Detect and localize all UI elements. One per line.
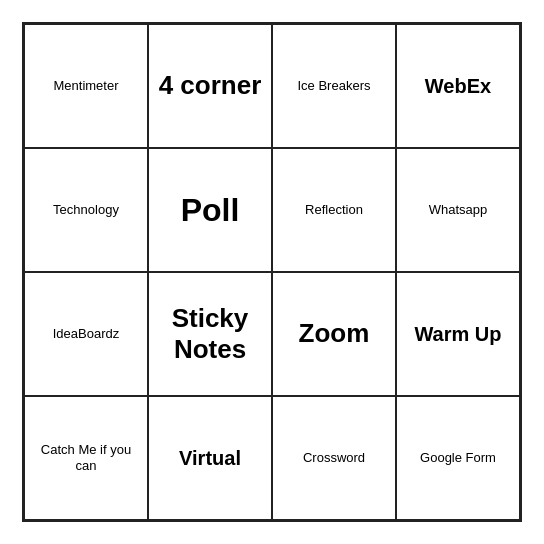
cell-mentimeter: Mentimeter — [24, 24, 148, 148]
cell-crossword: Crossword — [272, 396, 396, 520]
cell-text-virtual: Virtual — [179, 446, 241, 470]
cell-text-reflection: Reflection — [305, 202, 363, 218]
cell-reflection: Reflection — [272, 148, 396, 272]
cell-googleform: Google Form — [396, 396, 520, 520]
cell-text-googleform: Google Form — [420, 450, 496, 466]
cell-ideaboardz: IdeaBoardz — [24, 272, 148, 396]
cell-stickynotes: Sticky Notes — [148, 272, 272, 396]
cell-technology: Technology — [24, 148, 148, 272]
cell-4corner: 4 corner — [148, 24, 272, 148]
cell-text-zoom: Zoom — [299, 318, 370, 349]
cell-text-ideaboardz: IdeaBoardz — [53, 326, 120, 342]
cell-warmup: Warm Up — [396, 272, 520, 396]
cell-text-mentimeter: Mentimeter — [53, 78, 118, 94]
cell-text-poll: Poll — [181, 191, 240, 229]
cell-text-catchme: Catch Me if you can — [31, 442, 141, 473]
cell-text-4corner: 4 corner — [159, 70, 262, 101]
cell-icebreakers: Ice Breakers — [272, 24, 396, 148]
cell-text-warmup: Warm Up — [414, 322, 501, 346]
cell-catchme: Catch Me if you can — [24, 396, 148, 520]
cell-poll: Poll — [148, 148, 272, 272]
cell-webex: WebEx — [396, 24, 520, 148]
cell-text-stickynotes: Sticky Notes — [155, 303, 265, 365]
bingo-board: Mentimeter 4 corner Ice Breakers WebEx T… — [22, 22, 522, 522]
cell-virtual: Virtual — [148, 396, 272, 520]
cell-whatsapp: Whatsapp — [396, 148, 520, 272]
cell-zoom: Zoom — [272, 272, 396, 396]
cell-text-webex: WebEx — [425, 74, 491, 98]
cell-text-icebreakers: Ice Breakers — [298, 78, 371, 94]
cell-text-crossword: Crossword — [303, 450, 365, 466]
cell-text-technology: Technology — [53, 202, 119, 218]
cell-text-whatsapp: Whatsapp — [429, 202, 488, 218]
